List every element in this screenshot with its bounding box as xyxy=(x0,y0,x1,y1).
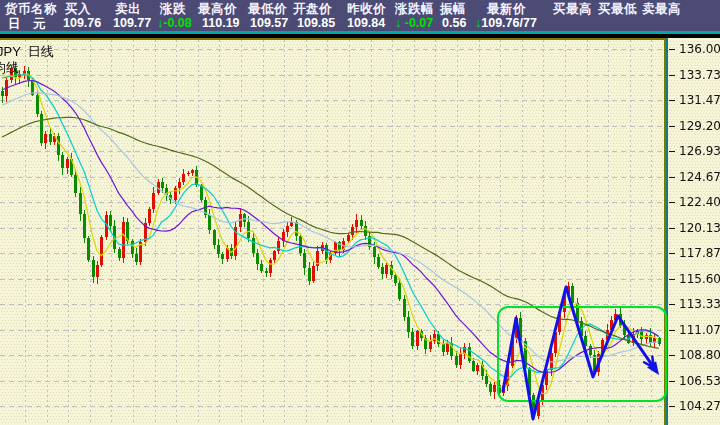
quote-header-bar: 货币名称日 元买入109.76卖出109.77涨跌↓-0.08最高价110.19… xyxy=(0,0,720,31)
price-down-arrow-icon: ↓ xyxy=(475,16,481,30)
quote-column-value: 110.19 xyxy=(202,16,240,30)
header-separator-line xyxy=(0,31,720,34)
ma-legend-label: 均线 xyxy=(0,59,19,77)
quote-column-value: ↓-0.08 xyxy=(157,16,192,30)
quote-column-label: 买最高 xyxy=(553,1,592,18)
quote-column-value: 0.56 xyxy=(442,16,466,30)
quote-column-label: 卖最高 xyxy=(642,1,681,18)
quote-column-value: 109.57 xyxy=(250,16,288,30)
quote-column-value: 109.76 xyxy=(63,16,101,30)
fx-terminal-window: 货币名称日 元买入109.76卖出109.77涨跌↓-0.08最高价110.19… xyxy=(0,0,720,425)
quote-column-value: ↓109.76/77 xyxy=(475,16,537,30)
quote-column-value: 109.85 xyxy=(297,16,335,30)
quote-column-value: 109.84 xyxy=(347,16,385,30)
quote-column-value: ↓ -0.07 xyxy=(395,16,433,30)
quote-column-value: 109.77 xyxy=(113,16,151,30)
candlestick-chart-canvas[interactable] xyxy=(0,0,720,425)
quote-column-label: 买最低 xyxy=(598,1,637,18)
